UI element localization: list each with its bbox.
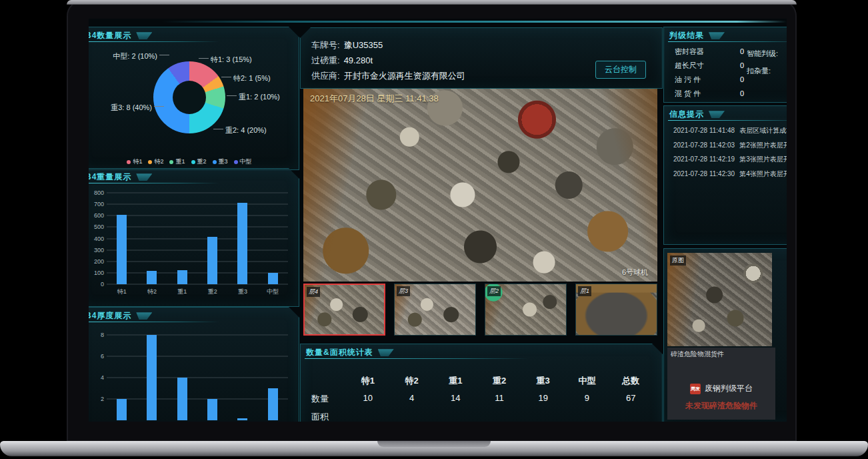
grading-metric-row: 混 货 件0 bbox=[675, 87, 744, 101]
bar bbox=[177, 270, 187, 284]
y-axis-tick: 6 bbox=[89, 353, 104, 360]
media-result-body: 周发 废钢判级平台 未发现碎渣危险物件 bbox=[667, 361, 775, 420]
table-cell bbox=[477, 411, 521, 422]
donut-callout: 中型: 2 (10%) bbox=[89, 51, 169, 61]
legend-item[interactable]: 重2 bbox=[191, 157, 207, 166]
grading-metric-row: 密封容器0 bbox=[675, 45, 744, 59]
bar bbox=[117, 215, 127, 284]
legend-dot-icon bbox=[191, 160, 195, 164]
legend-item[interactable]: 中型 bbox=[234, 157, 252, 166]
camera-id-overlay: 6号球机 bbox=[622, 268, 648, 278]
messages-panel-title: 信息提示 bbox=[669, 109, 704, 119]
bar-slot: 重3 bbox=[227, 335, 257, 420]
table-row-label: 面积 bbox=[307, 411, 346, 422]
table-cell: 14 bbox=[433, 393, 477, 405]
y-axis-tick: 700 bbox=[89, 201, 104, 207]
media-caption: 碎渣危险物混货件 bbox=[667, 348, 775, 361]
donut-callout: 特2: 1 (5%) bbox=[221, 73, 271, 83]
layer-thumbnail[interactable]: 层3 bbox=[394, 284, 476, 336]
vehicle-info-row: 供应商:开封市金火源再生资源有限公司 bbox=[311, 68, 465, 83]
table-header-cell: 重1 bbox=[433, 375, 477, 387]
table-cell: 10 bbox=[346, 393, 390, 405]
ptz-control-button[interactable]: 云台控制 bbox=[595, 61, 646, 79]
vehicle-info-value: 豫U35355 bbox=[344, 40, 383, 50]
message-row: 2021-07-28 11:42:19第3张照片表层开始计算 bbox=[673, 152, 787, 167]
bar bbox=[147, 271, 157, 284]
table-header-cell: 特1 bbox=[346, 375, 390, 387]
x-axis-label: 特2 bbox=[137, 288, 167, 296]
original-image: 原图 bbox=[667, 253, 772, 346]
quantity-panel: B4数量展示 特1: 3 (15%)特2: 1 (5%)重1: 2 (10%)重… bbox=[89, 27, 299, 170]
weight-panel-title: B4重量展示 bbox=[89, 172, 131, 181]
stats-table: 特1特2重1重2重3中型总数数量104141119967面积 bbox=[307, 375, 653, 422]
table-header-cell: 重2 bbox=[477, 375, 521, 387]
table-cell: 11 bbox=[477, 393, 521, 405]
camera-timestamp-overlay: 2021年07月28日 星期三 11:41:38 bbox=[310, 93, 439, 105]
y-axis-tick: 400 bbox=[89, 236, 104, 242]
bar bbox=[177, 378, 187, 420]
bar-slot: 重3 bbox=[227, 193, 257, 284]
donut-hole bbox=[173, 81, 206, 114]
title-tab-decoration bbox=[136, 32, 152, 39]
legend-item[interactable]: 重3 bbox=[213, 157, 228, 166]
vehicle-info-value: 49.280t bbox=[344, 55, 373, 65]
bar bbox=[237, 203, 247, 284]
grading-metric-label: 超长尺寸 bbox=[675, 59, 704, 73]
grading-panel-title: 判级结果 bbox=[669, 31, 704, 40]
layer-thumbnail[interactable]: 层4 bbox=[303, 284, 385, 336]
page: B4数量展示 特1: 3 (15%)特2: 1 (5%)重1: 2 (10%)重… bbox=[0, 0, 868, 459]
laptop-lid-top-edge bbox=[67, 0, 797, 5]
message-row: 2021-07-28 11:42:30第4张照片表层开始计算 bbox=[673, 167, 787, 181]
table-header-cell bbox=[307, 375, 346, 387]
vehicle-info-value: 开封市金火源再生资源有限公司 bbox=[344, 71, 465, 81]
y-axis-tick: 200 bbox=[89, 258, 104, 265]
messages-panel: 信息提示 2021-07-28 11:41:48表层区域计算成功2021-07-… bbox=[663, 105, 787, 245]
weight-panel-header: B4重量展示 bbox=[89, 169, 299, 183]
message-text: 第3张照片表层开始计算 bbox=[739, 152, 787, 167]
bar bbox=[237, 418, 247, 420]
thumbnail-layer-badge: 层2 bbox=[487, 286, 501, 296]
no-danger-alert-text: 未发现碎渣危险物件 bbox=[667, 400, 775, 412]
thickness-panel-header: B4厚度展示 bbox=[89, 308, 299, 322]
legend-item[interactable]: 特2 bbox=[148, 157, 163, 166]
donut-callout: 重2: 4 (20%) bbox=[213, 125, 267, 135]
bar-slot: 特1 bbox=[107, 193, 137, 284]
impurity-deduction-label: 扣杂量: bbox=[747, 66, 771, 76]
x-axis-label: 重3 bbox=[227, 288, 257, 296]
x-axis-label: 特1 bbox=[107, 288, 137, 296]
quantity-panel-title: B4数量展示 bbox=[89, 31, 131, 40]
legend-item[interactable]: 重1 bbox=[169, 157, 185, 166]
legend-label: 重2 bbox=[197, 157, 207, 166]
message-timestamp: 2021-07-28 11:42:19 bbox=[673, 152, 735, 167]
layer-thumbnail[interactable]: 层1 bbox=[575, 284, 657, 336]
message-row: 2021-07-28 11:42:03第2张照片表层开始计算 bbox=[673, 138, 787, 153]
brand-row: 周发 废钢判级平台 bbox=[667, 383, 775, 394]
bar-series: 特1特2重1重2重3中型 bbox=[107, 193, 288, 284]
layer-thumbnails: 层4层3层2层1 bbox=[303, 284, 657, 338]
bar bbox=[268, 273, 278, 284]
laptop-base bbox=[0, 441, 868, 456]
table-header-cell: 重3 bbox=[521, 375, 565, 387]
message-row: 2021-07-28 11:41:48表层区域计算成功 bbox=[673, 123, 787, 138]
y-axis-tick: 100 bbox=[89, 270, 104, 276]
message-text: 第2张照片表层开始计算 bbox=[739, 138, 787, 153]
legend-label: 重3 bbox=[219, 157, 228, 166]
grading-metric-row: 油 污 件0 bbox=[675, 73, 744, 87]
bar bbox=[207, 237, 217, 284]
camera-feed-image: 2021年07月28日 星期三 11:41:38 6号球机 bbox=[303, 89, 657, 282]
grading-metric-value: 0 bbox=[740, 73, 744, 87]
table-cell: 9 bbox=[565, 393, 609, 405]
x-axis-label: 重1 bbox=[167, 288, 197, 296]
legend-label: 中型 bbox=[240, 157, 252, 166]
table-cell: 4 bbox=[390, 393, 434, 405]
vehicle-info-label: 车牌号: bbox=[311, 40, 340, 50]
layer-thumbnail[interactable]: 层2 bbox=[485, 284, 567, 336]
bar bbox=[147, 335, 157, 420]
legend-item[interactable]: 特1 bbox=[127, 157, 142, 166]
y-axis-tick: 500 bbox=[89, 223, 104, 230]
y-axis-tick: 0 bbox=[89, 281, 104, 288]
thumbnail-layer-badge: 层1 bbox=[578, 286, 591, 296]
title-tab-decoration bbox=[136, 173, 152, 181]
donut-callout: 特1: 3 (15%) bbox=[199, 55, 252, 65]
thumbnail-layer-badge: 层4 bbox=[307, 287, 320, 297]
